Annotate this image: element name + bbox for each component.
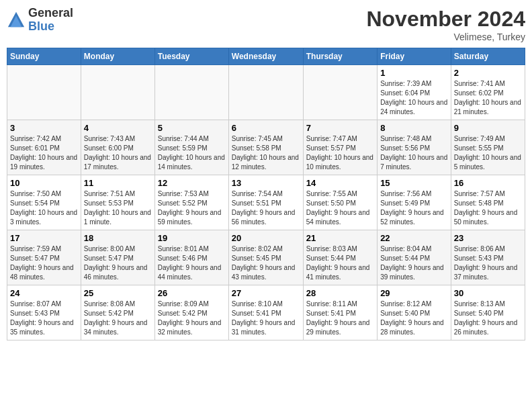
calendar-cell: 24Sunrise: 8:07 AM Sunset: 5:43 PM Dayli… — [7, 285, 81, 340]
calendar-cell — [81, 65, 154, 120]
calendar-cell — [228, 65, 303, 120]
calendar-cell — [7, 65, 81, 120]
column-header-wednesday: Wednesday — [228, 48, 303, 65]
day-number: 20 — [232, 233, 300, 243]
day-info: Sunrise: 7:42 AM Sunset: 6:01 PM Dayligh… — [10, 134, 78, 172]
calendar-cell — [154, 65, 228, 120]
calendar-cell: 7Sunrise: 7:47 AM Sunset: 5:57 PM Daylig… — [303, 120, 377, 175]
day-info: Sunrise: 7:45 AM Sunset: 5:58 PM Dayligh… — [232, 134, 300, 172]
calendar-cell: 13Sunrise: 7:54 AM Sunset: 5:51 PM Dayli… — [228, 175, 303, 230]
calendar-cell: 14Sunrise: 7:55 AM Sunset: 5:50 PM Dayli… — [303, 175, 377, 230]
day-info: Sunrise: 8:01 AM Sunset: 5:46 PM Dayligh… — [158, 244, 226, 282]
day-number: 25 — [84, 288, 152, 298]
day-info: Sunrise: 7:44 AM Sunset: 5:59 PM Dayligh… — [158, 134, 226, 172]
day-number: 15 — [380, 178, 448, 188]
day-info: Sunrise: 8:11 AM Sunset: 5:41 PM Dayligh… — [306, 300, 374, 337]
day-number: 17 — [10, 233, 78, 243]
day-number: 24 — [10, 288, 78, 298]
day-number: 10 — [10, 178, 78, 188]
day-info: Sunrise: 7:43 AM Sunset: 6:00 PM Dayligh… — [84, 134, 152, 172]
logo-icon — [7, 11, 26, 30]
day-info: Sunrise: 8:06 AM Sunset: 5:43 PM Dayligh… — [454, 244, 522, 282]
day-info: Sunrise: 7:51 AM Sunset: 5:53 PM Dayligh… — [84, 189, 152, 227]
calendar-cell: 1Sunrise: 7:39 AM Sunset: 6:04 PM Daylig… — [378, 65, 451, 120]
calendar-cell: 22Sunrise: 8:04 AM Sunset: 5:44 PM Dayli… — [378, 230, 451, 285]
calendar-cell: 26Sunrise: 8:09 AM Sunset: 5:42 PM Dayli… — [154, 285, 228, 340]
day-number: 16 — [454, 178, 522, 188]
calendar-cell: 12Sunrise: 7:53 AM Sunset: 5:52 PM Dayli… — [154, 175, 228, 230]
day-number: 18 — [84, 233, 152, 243]
day-number: 30 — [454, 288, 522, 298]
day-info: Sunrise: 8:00 AM Sunset: 5:47 PM Dayligh… — [84, 244, 152, 282]
calendar-cell: 28Sunrise: 8:11 AM Sunset: 5:41 PM Dayli… — [303, 285, 377, 340]
logo-general-text: General — [28, 6, 73, 19]
calendar-cell: 21Sunrise: 8:03 AM Sunset: 5:44 PM Dayli… — [303, 230, 377, 285]
month-title: November 2024 — [366, 7, 525, 32]
column-header-tuesday: Tuesday — [154, 48, 228, 65]
day-info: Sunrise: 8:12 AM Sunset: 5:40 PM Dayligh… — [380, 300, 448, 337]
day-number: 13 — [232, 178, 300, 188]
day-number: 26 — [158, 288, 226, 298]
day-info: Sunrise: 7:59 AM Sunset: 5:47 PM Dayligh… — [10, 244, 78, 282]
day-info: Sunrise: 8:09 AM Sunset: 5:42 PM Dayligh… — [158, 300, 226, 337]
calendar-cell — [303, 65, 377, 120]
day-number: 5 — [158, 123, 226, 133]
day-info: Sunrise: 8:10 AM Sunset: 5:41 PM Dayligh… — [232, 300, 300, 337]
column-header-saturday: Saturday — [451, 48, 525, 65]
calendar-cell: 8Sunrise: 7:48 AM Sunset: 5:56 PM Daylig… — [378, 120, 451, 175]
calendar-cell: 30Sunrise: 8:13 AM Sunset: 5:40 PM Dayli… — [451, 285, 525, 340]
logo: General Blue — [7, 7, 73, 34]
day-number: 4 — [84, 123, 152, 133]
calendar-cell: 15Sunrise: 7:56 AM Sunset: 5:49 PM Dayli… — [378, 175, 451, 230]
day-info: Sunrise: 7:47 AM Sunset: 5:57 PM Dayligh… — [306, 134, 374, 172]
calendar-cell: 17Sunrise: 7:59 AM Sunset: 5:47 PM Dayli… — [7, 230, 81, 285]
title-section: November 2024 Velimese, Turkey — [366, 7, 525, 42]
calendar-cell: 16Sunrise: 7:57 AM Sunset: 5:48 PM Dayli… — [451, 175, 525, 230]
day-number: 9 — [454, 123, 522, 133]
day-info: Sunrise: 7:56 AM Sunset: 5:49 PM Dayligh… — [380, 189, 448, 227]
day-number: 19 — [158, 233, 226, 243]
day-number: 21 — [306, 233, 374, 243]
day-number: 3 — [10, 123, 78, 133]
day-info: Sunrise: 8:03 AM Sunset: 5:44 PM Dayligh… — [306, 244, 374, 282]
day-number: 2 — [454, 68, 522, 78]
day-info: Sunrise: 8:07 AM Sunset: 5:43 PM Dayligh… — [10, 300, 78, 337]
calendar-week-row: 17Sunrise: 7:59 AM Sunset: 5:47 PM Dayli… — [7, 230, 525, 285]
day-info: Sunrise: 7:53 AM Sunset: 5:52 PM Dayligh… — [158, 189, 226, 227]
calendar-cell: 4Sunrise: 7:43 AM Sunset: 6:00 PM Daylig… — [81, 120, 154, 175]
calendar-table: SundayMondayTuesdayWednesdayThursdayFrid… — [7, 48, 525, 340]
day-number: 28 — [306, 288, 374, 298]
calendar-cell: 2Sunrise: 7:41 AM Sunset: 6:02 PM Daylig… — [451, 65, 525, 120]
logo-blue-text: Blue — [28, 19, 54, 33]
calendar-week-row: 10Sunrise: 7:50 AM Sunset: 5:54 PM Dayli… — [7, 175, 525, 230]
day-number: 8 — [380, 123, 448, 133]
day-info: Sunrise: 7:49 AM Sunset: 5:55 PM Dayligh… — [454, 134, 522, 172]
day-info: Sunrise: 7:41 AM Sunset: 6:02 PM Dayligh… — [454, 79, 522, 117]
calendar-cell: 11Sunrise: 7:51 AM Sunset: 5:53 PM Dayli… — [81, 175, 154, 230]
day-info: Sunrise: 7:54 AM Sunset: 5:51 PM Dayligh… — [232, 189, 300, 227]
day-number: 11 — [84, 178, 152, 188]
calendar-header-row: SundayMondayTuesdayWednesdayThursdayFrid… — [7, 48, 525, 65]
calendar-cell: 10Sunrise: 7:50 AM Sunset: 5:54 PM Dayli… — [7, 175, 81, 230]
calendar-week-row: 3Sunrise: 7:42 AM Sunset: 6:01 PM Daylig… — [7, 120, 525, 175]
calendar-cell: 29Sunrise: 8:12 AM Sunset: 5:40 PM Dayli… — [378, 285, 451, 340]
calendar-week-row: 24Sunrise: 8:07 AM Sunset: 5:43 PM Dayli… — [7, 285, 525, 340]
day-number: 29 — [380, 288, 448, 298]
location-subtitle: Velimese, Turkey — [366, 32, 525, 42]
day-info: Sunrise: 8:08 AM Sunset: 5:42 PM Dayligh… — [84, 300, 152, 337]
day-info: Sunrise: 7:55 AM Sunset: 5:50 PM Dayligh… — [306, 189, 374, 227]
column-header-friday: Friday — [378, 48, 451, 65]
calendar-week-row: 1Sunrise: 7:39 AM Sunset: 6:04 PM Daylig… — [7, 65, 525, 120]
calendar-cell: 9Sunrise: 7:49 AM Sunset: 5:55 PM Daylig… — [451, 120, 525, 175]
calendar-cell: 5Sunrise: 7:44 AM Sunset: 5:59 PM Daylig… — [154, 120, 228, 175]
day-number: 22 — [380, 233, 448, 243]
day-info: Sunrise: 8:04 AM Sunset: 5:44 PM Dayligh… — [380, 244, 448, 282]
day-number: 7 — [306, 123, 374, 133]
calendar-cell: 19Sunrise: 8:01 AM Sunset: 5:46 PM Dayli… — [154, 230, 228, 285]
day-info: Sunrise: 8:13 AM Sunset: 5:40 PM Dayligh… — [454, 300, 522, 337]
day-number: 6 — [232, 123, 300, 133]
day-number: 12 — [158, 178, 226, 188]
calendar-cell: 20Sunrise: 8:02 AM Sunset: 5:45 PM Dayli… — [228, 230, 303, 285]
day-info: Sunrise: 7:57 AM Sunset: 5:48 PM Dayligh… — [454, 189, 522, 227]
day-number: 23 — [454, 233, 522, 243]
